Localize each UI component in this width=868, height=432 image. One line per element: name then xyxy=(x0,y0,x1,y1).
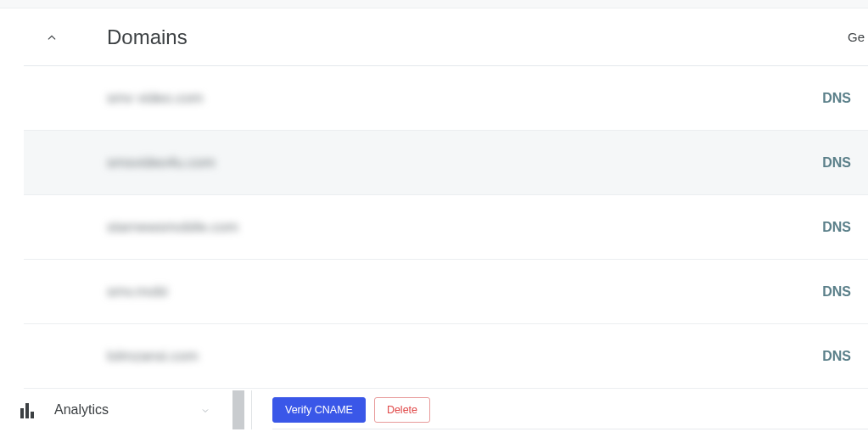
domain-name: smv.mobi xyxy=(107,283,167,300)
domains-section-header[interactable]: Domains Ge xyxy=(24,8,868,66)
section-title: Domains xyxy=(107,25,188,49)
domain-row[interactable]: smv video.comDNS xyxy=(24,66,868,131)
scrollbar-thumb[interactable] xyxy=(232,390,244,429)
sidebar-item-analytics[interactable]: Analytics xyxy=(0,401,212,418)
dns-badge[interactable]: DNS xyxy=(822,349,851,364)
domain-name: starnewsmobile.com xyxy=(107,219,238,236)
chevron-down-icon xyxy=(200,404,212,416)
divider xyxy=(251,390,252,429)
domain-name: smv video.com xyxy=(107,90,203,107)
domain-row[interactable]: smsvideo4u.comDNS xyxy=(24,131,868,195)
dns-badge[interactable]: DNS xyxy=(822,284,851,300)
verify-cname-button[interactable]: Verify CNAME xyxy=(272,397,366,423)
window-top-bar xyxy=(0,0,868,8)
delete-button[interactable]: Delete xyxy=(374,397,430,423)
domain-row[interactable]: starnewsmobile.comDNS xyxy=(24,195,868,260)
bottom-bar: Analytics Verify CNAME Delete xyxy=(0,388,868,432)
domain-row[interactable]: lolmzansi.comDNS xyxy=(24,324,868,389)
sidebar-item-label: Analytics xyxy=(54,402,183,418)
domain-row[interactable]: smv.mobiDNS xyxy=(24,260,868,324)
dns-badge[interactable]: DNS xyxy=(822,220,851,235)
domains-panel: Domains Ge smv video.comDNSsmsvideo4u.co… xyxy=(24,8,868,381)
chevron-up-icon[interactable] xyxy=(42,28,61,47)
domain-name: lolmzansi.com xyxy=(107,348,199,365)
dns-badge[interactable]: DNS xyxy=(822,91,851,106)
action-panel: Verify CNAME Delete xyxy=(272,390,868,429)
analytics-icon xyxy=(20,401,37,418)
dns-badge[interactable]: DNS xyxy=(822,155,851,171)
domain-name: smsvideo4u.com xyxy=(107,154,216,171)
header-right-text: Ge xyxy=(848,30,865,44)
